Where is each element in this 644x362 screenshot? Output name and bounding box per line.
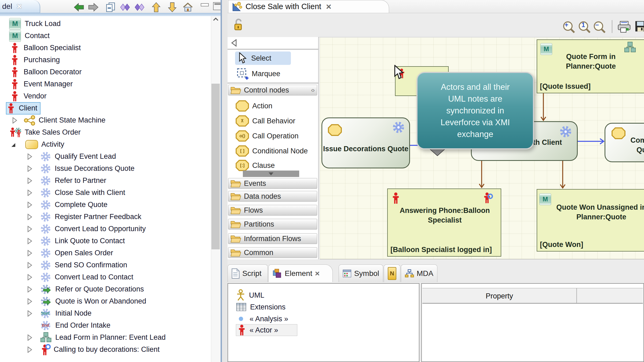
unlocked-padlock-icon[interactable] <box>233 18 244 31</box>
forward-arrow-icon[interactable] <box>87 3 99 12</box>
list-item-uml[interactable]: UML <box>236 290 264 301</box>
expander-icon[interactable] <box>27 153 33 160</box>
expander-icon[interactable] <box>27 226 33 232</box>
expander-icon[interactable] <box>27 214 33 220</box>
diagram-editor-tab[interactable]: Close Sale with Client × <box>228 0 389 13</box>
scroll-up-icon[interactable] <box>213 17 219 21</box>
expander-icon[interactable] <box>27 238 33 244</box>
tree-item[interactable]: Convert Lead to Contact <box>0 271 211 283</box>
drawer-events[interactable]: Events <box>228 178 317 189</box>
tree-item[interactable]: Balloon Specialist <box>0 42 211 54</box>
drawer-data-nodes[interactable]: Data nodes <box>228 191 317 202</box>
zoom-actual-icon[interactable]: 1 <box>578 21 591 34</box>
tree-item[interactable]: Lead Form in Planner: Event Lead <box>0 331 211 343</box>
tree-item[interactable]: End End Order Intake <box>0 319 211 331</box>
tree-item[interactable]: Purchasing <box>0 54 211 66</box>
drawer-partitions[interactable]: Partitions <box>228 219 317 230</box>
model-view-tab[interactable]: del × <box>0 0 40 13</box>
minimize-view-icon[interactable] <box>200 2 209 10</box>
tree-item-selected[interactable]: Client <box>0 102 211 114</box>
expander-icon[interactable] <box>27 202 33 208</box>
list-item-analysis[interactable]: « Analysis » <box>236 313 288 324</box>
tab-label: Symbol <box>354 269 379 278</box>
expander-icon[interactable] <box>27 334 33 341</box>
marquee-tool[interactable]: Marquee <box>228 67 318 81</box>
panel-splitter[interactable] <box>222 0 228 362</box>
close-icon[interactable]: × <box>326 1 331 12</box>
select-tool[interactable]: Select <box>228 51 318 65</box>
tab-symbol[interactable]: Symbol <box>339 264 383 282</box>
expander-icon[interactable] <box>27 262 33 268</box>
drawer-common[interactable]: Common <box>228 247 317 258</box>
expander-icon[interactable] <box>27 190 33 196</box>
tab-script[interactable]: Script <box>228 264 268 282</box>
tree-item[interactable]: Client State Machine <box>0 114 211 126</box>
link-editor-right-icon[interactable] <box>134 3 145 12</box>
zoom-out-icon[interactable]: − <box>593 21 606 34</box>
tree-item[interactable]: Quote is Won or Abandoned <box>0 295 211 307</box>
tree-item[interactable]: Refer or Quote Decorations <box>0 283 211 295</box>
tree-item[interactable]: M Truck Load <box>0 18 211 30</box>
tab-notes[interactable]: N <box>384 264 400 282</box>
expander-expanded-icon[interactable] <box>10 142 16 148</box>
tree-item[interactable]: Vendor <box>0 90 211 102</box>
palette-item-call-operation[interactable]: o() Call Operation <box>228 129 318 143</box>
move-up-icon[interactable] <box>150 3 162 12</box>
collapse-all-icon[interactable] <box>105 3 116 12</box>
diagram-canvas[interactable]: Issue Decorations Quote Close Sale with … <box>320 38 644 259</box>
tree-item[interactable]: Activity <box>0 138 211 150</box>
tree-item[interactable]: Refer to Partner <box>0 175 211 187</box>
drawer-flows[interactable]: Flows <box>228 205 317 216</box>
link-editor-left-icon[interactable] <box>119 3 131 12</box>
tree-item[interactable]: Take Sales Order <box>0 126 211 138</box>
tree-scrollbar-thumb[interactable] <box>211 84 220 249</box>
expander-icon[interactable] <box>27 298 33 305</box>
tree-item[interactable]: Register Partner Feedback <box>0 211 211 223</box>
collapse-palette-icon[interactable] <box>231 39 237 47</box>
expander-icon[interactable] <box>27 310 33 317</box>
tree-item[interactable]: Qualify Event Lead <box>0 150 211 162</box>
drawer-information-flows[interactable]: Information Flows <box>228 233 317 244</box>
palette-scroll-down[interactable] <box>243 171 299 177</box>
print-icon[interactable] <box>617 21 631 33</box>
tree-item[interactable]: Start Initial Node <box>0 307 211 319</box>
list-item-label: « Actor » <box>250 326 278 334</box>
zoom-in-icon[interactable]: + <box>562 21 575 34</box>
expander-icon[interactable] <box>27 165 33 172</box>
tree-item[interactable]: Complete Quote <box>0 199 211 211</box>
expander-icon[interactable] <box>27 250 33 256</box>
tree-item[interactable]: Convert Lead to Opportunity <box>0 223 211 235</box>
tree-item[interactable]: M Contact <box>0 30 211 42</box>
palette-item-conditional-node[interactable]: [ ] Conditional Node <box>228 144 318 158</box>
tree-item[interactable]: Open Sales Order <box>0 247 211 259</box>
list-item-extensions[interactable]: Extensions <box>236 301 286 313</box>
property-column-header[interactable]: Property <box>422 288 577 304</box>
expander-icon[interactable] <box>27 178 33 184</box>
tree-item[interactable]: Calling to buy decorations: Client <box>0 343 211 356</box>
close-icon[interactable]: × <box>16 1 22 12</box>
palette-item-call-behavior[interactable]: ⊼ Call Behavior <box>228 114 318 128</box>
tab-mda[interactable]: MDA <box>401 264 437 282</box>
expander-icon[interactable] <box>27 286 33 293</box>
expander-icon[interactable] <box>27 274 33 280</box>
save-icon[interactable] <box>634 20 644 32</box>
drawer-control-nodes[interactable]: Control nodes ‹› <box>228 85 317 95</box>
close-icon[interactable]: × <box>315 269 320 278</box>
tree-item-partial[interactable] <box>0 356 211 362</box>
back-arrow-icon[interactable] <box>73 3 85 12</box>
tree-item[interactable]: Balloon Decorator <box>0 66 211 78</box>
home-icon[interactable] <box>182 3 194 12</box>
tree-item[interactable]: Issue Decorations Quote <box>0 162 211 175</box>
value-column-header[interactable] <box>577 288 643 304</box>
expander-icon[interactable] <box>12 117 18 124</box>
expander-icon[interactable] <box>27 346 33 353</box>
tree-item[interactable]: Link Quote to Contact <box>0 235 211 247</box>
tree-item[interactable]: Send SO Confirmation <box>0 259 211 271</box>
palette-item-action[interactable]: Action <box>228 99 318 113</box>
tree-item[interactable]: Event Manager <box>0 78 211 90</box>
tab-element-active[interactable]: Element × <box>268 264 333 282</box>
move-down-icon[interactable] <box>166 3 178 12</box>
list-item-actor-selected[interactable]: « Actor » <box>236 324 297 336</box>
pin-drawer-icon[interactable]: ‹› <box>311 86 314 94</box>
tree-item[interactable]: Close Sale with Client <box>0 187 211 199</box>
